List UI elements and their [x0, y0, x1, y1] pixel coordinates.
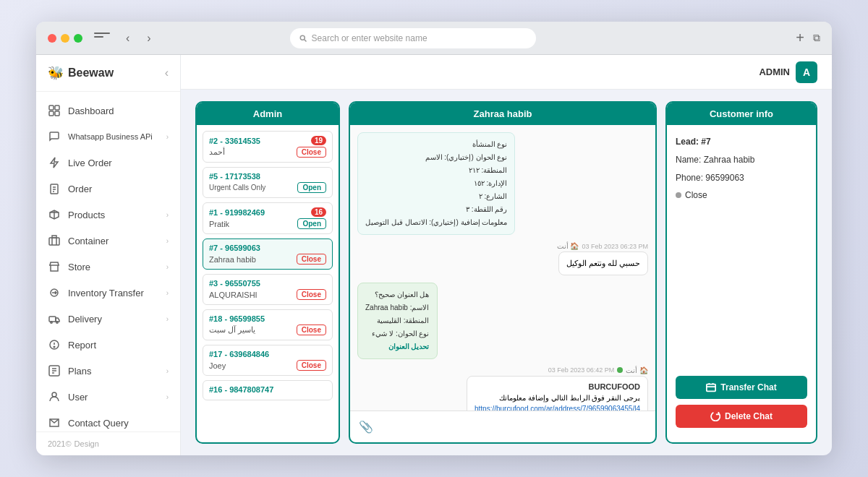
svg-rect-13	[49, 238, 59, 245]
forward-button[interactable]: ›	[142, 30, 155, 46]
chat-list-item-selected[interactable]: #7 - 96599063 Zahraa habib Close	[203, 239, 333, 270]
svg-rect-2	[49, 106, 54, 110]
message-bubble: BURCUFOOD يرجى النقر فوق الرابط التالي و…	[467, 376, 648, 411]
svg-rect-4	[49, 111, 54, 116]
address-placeholder: Search or enter website name	[312, 33, 427, 43]
svg-rect-16	[52, 236, 56, 238]
sidebar-label-plans: Plans	[68, 366, 92, 377]
footer-year: 2021©	[48, 439, 72, 448]
conversation-body[interactable]: نوع المنشأة نوع الحوان (إختياري): الاسم …	[350, 125, 655, 411]
sidebar-item-delivery[interactable]: Delivery ›	[36, 306, 180, 332]
message-time: 03 Feb 2023 06:42 PM	[548, 366, 615, 374]
sidebar-item-products[interactable]: Products ›	[36, 202, 180, 228]
svg-point-24	[54, 346, 55, 348]
admin-panel-header: Admin	[197, 103, 339, 125]
clipboard-icon	[48, 182, 61, 195]
svg-point-0	[300, 35, 305, 40]
sidebar-label-liveorder: Live Order	[68, 158, 112, 168]
topbar: ADMIN A	[181, 55, 832, 90]
chevron-right-icon-6: ›	[166, 315, 169, 323]
sidebar-header: 🐝 Beewaw ‹	[36, 55, 180, 92]
copy-button[interactable]: ⧉	[813, 32, 820, 44]
sidebar-item-inventory[interactable]: Inventory Transfer ›	[36, 280, 180, 306]
refresh-icon	[710, 411, 720, 421]
sidebar-item-report[interactable]: Report	[36, 332, 180, 358]
minimize-traffic-light[interactable]	[61, 34, 69, 43]
sidebar-item-order[interactable]: Order	[36, 176, 180, 202]
chat-list-item[interactable]: #18 - 96599855 ياسير آل سبت Close	[203, 309, 333, 340]
attachment-button[interactable]: 📎	[356, 417, 376, 437]
info-actions: Transfer Chat Delete Chat	[667, 376, 816, 442]
sidebar-label-contact: Contact Query	[68, 418, 129, 429]
message-sender: أنت 🏠	[626, 366, 648, 374]
sidebar-toggle-icon[interactable]	[94, 33, 110, 44]
transfer-chat-button[interactable]: Transfer Chat	[676, 376, 807, 399]
nav-list: Dashboard Whatsapp Business APi ›	[36, 92, 180, 431]
info-phone: Phone: 96599063	[676, 171, 807, 185]
admin-panel: Admin #2 - 33614535 19 أحمد Close	[195, 101, 340, 444]
chat-list-item[interactable]: #1 - 919982469 16 Pratik Open	[203, 202, 333, 234]
browser-chrome: ‹ › Search or enter website name + ⧉	[36, 22, 832, 55]
chat-list-item[interactable]: #3 - 96550755 ALQURAISHI Close	[203, 274, 333, 305]
delete-chat-button[interactable]: Delete Chat	[676, 405, 807, 428]
status-dot	[676, 192, 681, 198]
search-icon	[299, 34, 307, 43]
brand-label: BURCUFOOD	[475, 382, 640, 391]
chat-area: Admin #2 - 33614535 19 أحمد Close	[181, 90, 832, 455]
new-tab-button[interactable]: +	[796, 30, 804, 46]
chat-list-item[interactable]: #5 - 17173538 Urgent Calls Only Open	[203, 167, 333, 198]
chat-list-item[interactable]: #2 - 33614535 19 أحمد Close	[203, 131, 333, 163]
main-content: ADMIN A Admin #2 - 3361453	[181, 55, 832, 455]
chevron-right-icon-4: ›	[166, 263, 169, 271]
svg-point-29	[52, 392, 56, 397]
sidebar-label-order: Order	[68, 184, 92, 194]
svg-point-21	[56, 322, 58, 323]
sidebar-item-liveorder[interactable]: Live Order	[36, 150, 180, 176]
contact-icon	[48, 416, 61, 429]
sidebar-label-dashboard: Dashboard	[68, 106, 114, 116]
message-row: نوع المنشأة نوع الحوان (إختياري): الاسم …	[357, 132, 648, 235]
footer-label: Design	[75, 439, 99, 448]
sidebar-label-user: User	[68, 392, 88, 403]
sidebar-item-user[interactable]: User ›	[36, 384, 180, 410]
admin-badge: ADMIN A	[759, 61, 817, 83]
sidebar-item-container[interactable]: Container ›	[36, 228, 180, 254]
grid-icon	[48, 104, 61, 117]
admin-panel-body[interactable]: #2 - 33614535 19 أحمد Close #5 - 1717353…	[197, 125, 339, 442]
chevron-right-icon-2: ›	[166, 211, 169, 219]
box-icon	[48, 208, 61, 221]
sidebar-label-products: Products	[68, 210, 105, 220]
svg-rect-19	[49, 317, 56, 322]
container-icon	[48, 234, 61, 247]
message-time: 03 Feb 2023 06:23 PM	[582, 243, 648, 250]
admin-avatar: A	[796, 61, 817, 83]
chevron-right-icon-5: ›	[166, 289, 169, 297]
svg-marker-6	[51, 158, 58, 168]
sidebar-item-contact[interactable]: Contact Query	[36, 410, 180, 431]
transfer-icon	[706, 382, 716, 392]
zap-icon	[48, 156, 61, 169]
svg-rect-32	[707, 384, 715, 392]
close-traffic-light[interactable]	[48, 34, 56, 43]
message-sender: أنت 🏠	[557, 242, 579, 250]
sidebar-item-store[interactable]: Store ›	[36, 254, 180, 280]
maximize-traffic-light[interactable]	[74, 34, 82, 43]
sidebar-footer: 2021© Design	[36, 431, 180, 455]
info-lead: Lead: #7	[676, 135, 807, 149]
chevron-right-icon-8: ›	[166, 393, 169, 401]
sidebar-item-plans[interactable]: Plans ›	[36, 358, 180, 384]
message-text: يرجى النقر فوق الرابط التالي وإضافة معلو…	[475, 394, 640, 402]
chat-list-item[interactable]: #16 - 9847808747	[203, 380, 333, 400]
sidebar-item-whatsapp[interactable]: Whatsapp Business APi ›	[36, 124, 180, 150]
collapse-sidebar-button[interactable]: ‹	[165, 66, 169, 80]
sidebar-item-dashboard[interactable]: Dashboard	[36, 98, 180, 124]
user-icon	[48, 390, 61, 403]
chat-list-item[interactable]: #17 - 639684846 Joey Close	[203, 345, 333, 376]
svg-rect-3	[55, 106, 59, 110]
sidebar-label-delivery: Delivery	[68, 314, 102, 325]
message-bubble: حسبي لله ونتعم الوكيل	[558, 252, 648, 275]
back-button[interactable]: ‹	[122, 30, 134, 46]
address-bar[interactable]: Search or enter website name	[290, 28, 536, 48]
message-icon	[48, 130, 61, 143]
info-status: Close	[676, 190, 807, 200]
